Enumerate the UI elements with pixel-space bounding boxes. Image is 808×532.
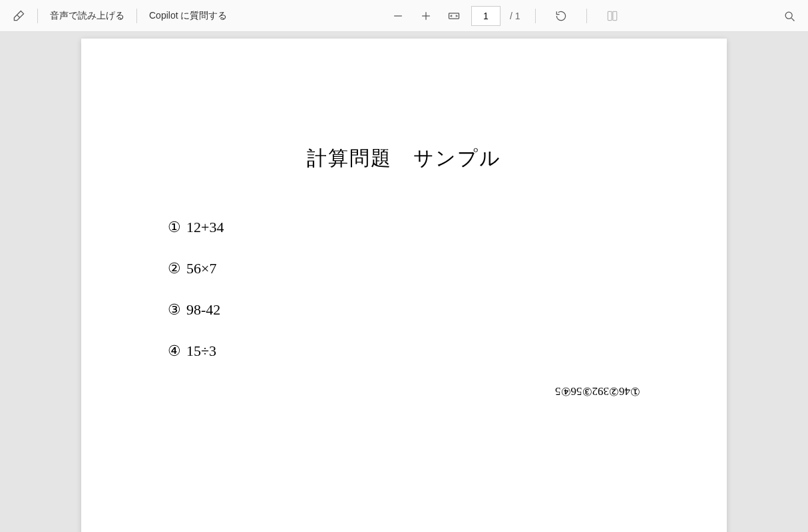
minus-icon (391, 9, 405, 23)
toolbar-divider (535, 9, 536, 23)
problem-text: 15÷3 (186, 342, 216, 360)
toolbar-divider (586, 9, 587, 23)
problem-item: ④ 15÷3 (168, 342, 640, 360)
fit-width-icon (447, 9, 461, 23)
eraser-icon (12, 9, 25, 23)
svg-rect-5 (612, 11, 616, 20)
toolbar-divider (136, 9, 137, 23)
problem-marker: ④ (168, 342, 181, 360)
page-total-label: / 1 (510, 11, 520, 21)
page-number-input[interactable] (471, 6, 501, 26)
problem-marker: ③ (168, 301, 181, 319)
rotate-icon (554, 9, 568, 23)
problem-marker: ① (168, 219, 181, 236)
svg-rect-4 (608, 11, 612, 20)
draw-erase-button[interactable] (8, 7, 29, 25)
problem-item: ③ 98-42 (168, 301, 640, 319)
page-view-button[interactable] (602, 7, 623, 25)
problem-text: 12+34 (186, 219, 224, 236)
ask-copilot-button[interactable]: Copilot に質問する (145, 7, 231, 25)
rotate-button[interactable] (550, 7, 572, 25)
problem-marker: ② (168, 260, 181, 277)
svg-point-6 (785, 12, 792, 19)
answers-line: ①46②392③56④5 (555, 384, 640, 398)
problem-text: 98-42 (186, 301, 220, 319)
problem-list: ① 12+34 ② 56×7 ③ 98-42 ④ 15÷3 (168, 219, 640, 360)
document-viewport[interactable]: 計算問題 サンプル ① 12+34 ② 56×7 ③ 98-42 ④ 15÷3 … (0, 32, 808, 532)
read-aloud-button[interactable]: 音声で読み上げる (46, 7, 128, 25)
document-page: 計算問題 サンプル ① 12+34 ② 56×7 ③ 98-42 ④ 15÷3 … (81, 39, 727, 532)
search-icon (783, 9, 796, 23)
toolbar-left-group: 音声で読み上げる Copilot に質問する (8, 7, 231, 25)
svg-line-7 (791, 18, 794, 21)
toolbar-divider (37, 9, 38, 23)
pdf-toolbar: 音声で読み上げる Copilot に質問する / 1 (0, 0, 808, 32)
problem-text: 56×7 (186, 260, 216, 277)
page-view-icon (606, 9, 619, 23)
fit-width-button[interactable] (443, 7, 465, 25)
plus-icon (419, 9, 433, 23)
zoom-out-button[interactable] (387, 7, 409, 25)
zoom-in-button[interactable] (415, 7, 437, 25)
toolbar-center-group: / 1 (231, 6, 779, 26)
toolbar-right-group (779, 7, 800, 25)
problem-item: ② 56×7 (168, 260, 640, 277)
problem-item: ① 12+34 (168, 219, 640, 236)
document-title: 計算問題 サンプル (168, 145, 640, 172)
search-button[interactable] (779, 7, 800, 25)
